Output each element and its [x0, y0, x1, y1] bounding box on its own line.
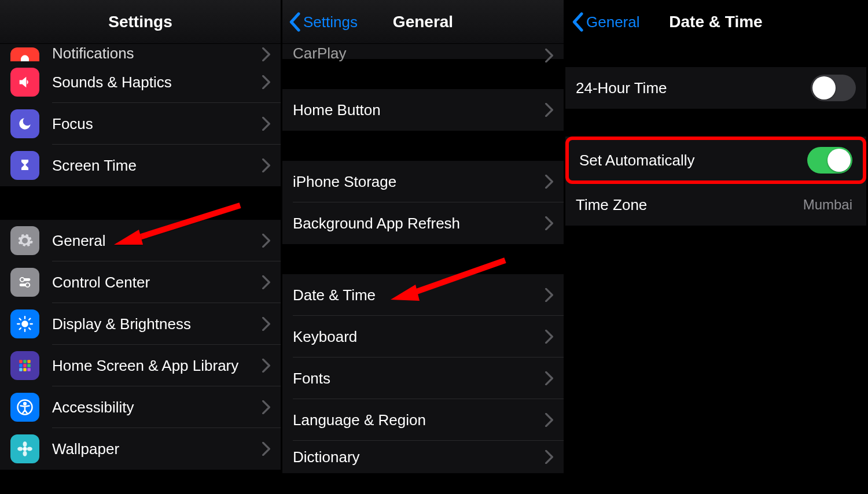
row-set-automatically[interactable]: Set Automatically: [565, 137, 866, 184]
chevron-right-icon: [262, 359, 270, 373]
svg-rect-17: [23, 364, 26, 367]
header-settings: Settings: [0, 0, 281, 44]
settings-panel: Settings Notifications Sounds & Haptics: [0, 0, 282, 494]
header-title: Settings: [108, 13, 172, 31]
row-focus[interactable]: Focus: [0, 103, 281, 145]
row-label: General: [52, 232, 262, 250]
svg-rect-20: [23, 368, 26, 371]
chevron-right-icon: [545, 175, 553, 189]
back-button-settings[interactable]: Settings: [288, 0, 358, 44]
row-background-app-refresh[interactable]: Background App Refresh: [282, 202, 564, 244]
chevron-right-icon: [545, 330, 553, 344]
toggle-24-hour[interactable]: [811, 75, 856, 101]
svg-point-28: [27, 447, 32, 451]
svg-line-11: [20, 328, 21, 329]
row-label: 24-Hour Time: [576, 79, 811, 97]
svg-rect-19: [19, 368, 22, 371]
svg-rect-13: [19, 360, 22, 363]
row-label: Date & Time: [293, 286, 545, 304]
row-24-hour-time[interactable]: 24-Hour Time: [565, 67, 866, 109]
header-title: General: [393, 13, 453, 31]
row-label: Display & Brightness: [52, 315, 262, 333]
svg-point-23: [24, 403, 26, 405]
header-general: Settings General: [282, 0, 564, 44]
toggle-set-automatically[interactable]: [807, 147, 852, 174]
row-dictionary[interactable]: Dictionary: [282, 441, 564, 473]
row-label: Background App Refresh: [293, 215, 545, 233]
svg-line-10: [29, 328, 30, 329]
svg-rect-21: [27, 368, 30, 371]
chevron-right-icon: [262, 47, 270, 61]
row-label: Accessibility: [52, 399, 262, 416]
svg-point-24: [23, 447, 27, 451]
row-label: Dictionary: [293, 448, 545, 466]
svg-point-27: [17, 447, 23, 451]
chevron-right-icon: [262, 234, 270, 248]
row-iphone-storage[interactable]: iPhone Storage: [282, 161, 564, 202]
speaker-icon: [10, 68, 39, 97]
row-label: Notifications: [52, 45, 262, 61]
chevron-right-icon: [545, 49, 553, 62]
row-label: Home Screen & App Library: [52, 357, 262, 375]
header-title: Date & Time: [669, 13, 762, 31]
row-label: Wallpaper: [52, 440, 262, 458]
row-general[interactable]: General: [0, 220, 281, 261]
chevron-right-icon: [262, 158, 270, 172]
flower-icon: [10, 434, 39, 463]
chevron-right-icon: [545, 371, 553, 385]
row-wallpaper[interactable]: Wallpaper: [0, 428, 281, 470]
back-label: Settings: [303, 13, 358, 31]
chevron-right-icon: [545, 413, 553, 427]
svg-point-26: [23, 451, 27, 456]
chevron-right-icon: [262, 400, 270, 414]
svg-rect-18: [27, 364, 30, 367]
back-button-general[interactable]: General: [571, 0, 640, 44]
row-date-time[interactable]: Date & Time: [282, 274, 564, 316]
chevron-right-icon: [262, 75, 270, 89]
chevron-right-icon: [545, 216, 553, 230]
row-label: Language & Region: [293, 411, 545, 429]
row-language-region[interactable]: Language & Region: [282, 399, 564, 441]
row-label: Keyboard: [293, 328, 545, 346]
accessibility-icon: [10, 393, 39, 422]
time-zone-value: Mumbai: [803, 197, 852, 213]
row-accessibility[interactable]: Accessibility: [0, 386, 281, 428]
chevron-right-icon: [262, 442, 270, 456]
row-notifications-partial[interactable]: Notifications: [0, 44, 281, 61]
chevron-right-icon: [545, 103, 553, 117]
row-label: iPhone Storage: [293, 173, 545, 191]
date-time-panel: General Date & Time 24-Hour Time Set Aut…: [565, 0, 866, 494]
row-control-center[interactable]: Control Center: [0, 261, 281, 303]
svg-line-12: [29, 319, 30, 320]
svg-point-4: [21, 320, 28, 327]
svg-point-25: [23, 441, 27, 447]
chevron-right-icon: [545, 288, 553, 302]
row-screen-time[interactable]: Screen Time: [0, 145, 281, 186]
row-fonts[interactable]: Fonts: [282, 357, 564, 399]
row-display-brightness[interactable]: Display & Brightness: [0, 303, 281, 345]
row-label: Focus: [52, 115, 262, 133]
row-label: CarPlay: [293, 45, 545, 62]
row-label: Sounds & Haptics: [52, 73, 262, 91]
row-home-button[interactable]: Home Button: [282, 89, 564, 131]
row-home-screen[interactable]: Home Screen & App Library: [0, 345, 281, 386]
row-label: Control Center: [52, 274, 262, 292]
row-keyboard[interactable]: Keyboard: [282, 316, 564, 357]
svg-line-9: [20, 319, 21, 320]
back-label: General: [586, 13, 640, 31]
svg-rect-14: [23, 360, 26, 363]
grid-icon: [10, 351, 39, 380]
sliders-icon: [10, 268, 39, 297]
row-time-zone[interactable]: Time Zone Mumbai: [565, 184, 866, 226]
header-date-time: General Date & Time: [565, 0, 866, 44]
chevron-right-icon: [262, 317, 270, 331]
row-sounds-haptics[interactable]: Sounds & Haptics: [0, 61, 281, 103]
chevron-right-icon: [545, 450, 553, 464]
row-carplay-partial[interactable]: CarPlay: [282, 44, 564, 59]
svg-rect-15: [27, 360, 30, 363]
row-label: Fonts: [293, 370, 545, 388]
chevron-right-icon: [262, 117, 270, 131]
row-label: Screen Time: [52, 157, 262, 175]
gear-icon: [10, 226, 39, 255]
svg-point-3: [25, 283, 30, 287]
